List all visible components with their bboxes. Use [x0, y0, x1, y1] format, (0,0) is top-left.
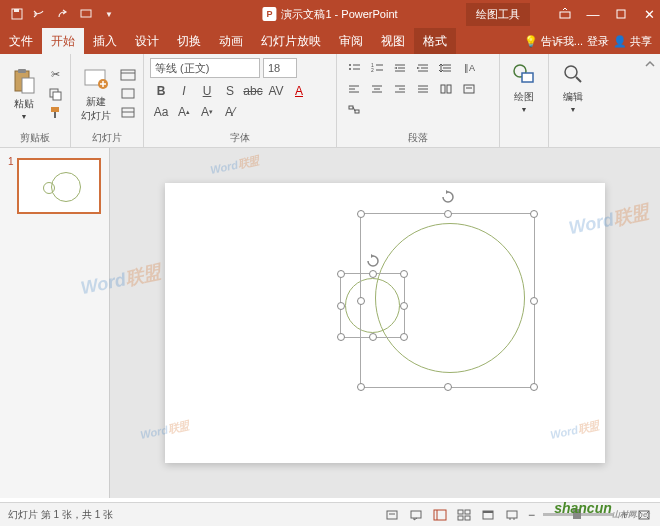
paste-button[interactable]: 粘贴 ▼ — [6, 58, 42, 129]
chevron-down-icon: ▼ — [570, 106, 577, 113]
increase-indent-button[interactable] — [412, 58, 434, 78]
login-button[interactable]: 登录 — [587, 34, 609, 49]
align-right-button[interactable] — [389, 79, 411, 99]
align-left-button[interactable] — [343, 79, 365, 99]
editing-button[interactable]: 编辑 ▼ — [555, 58, 591, 115]
slide-canvas-area[interactable]: Word联盟 Word联盟 Word联盟 Word联盟 Word联盟 — [110, 148, 660, 498]
svg-rect-69 — [507, 511, 517, 518]
tab-insert[interactable]: 插入 — [84, 28, 126, 54]
slide[interactable] — [165, 183, 605, 463]
copy-icon[interactable] — [46, 86, 64, 102]
format-painter-icon[interactable] — [46, 105, 64, 121]
char-spacing-button[interactable]: AV — [265, 81, 287, 101]
undo-icon[interactable] — [33, 7, 47, 21]
increase-font-button[interactable]: A▴ — [173, 102, 195, 122]
decrease-font-button[interactable]: A▾ — [196, 102, 218, 122]
tab-review[interactable]: 审阅 — [330, 28, 372, 54]
text-direction-button[interactable]: ‖A — [458, 58, 480, 78]
font-color-button[interactable]: A — [288, 81, 310, 101]
title-bar: ▼ P 演示文稿1 - PowerPoint 绘图工具 — ✕ — [0, 0, 660, 28]
comments-icon[interactable] — [408, 508, 424, 522]
slides-label: 幻灯片 — [77, 129, 137, 145]
shadow-button[interactable]: S — [219, 81, 241, 101]
resize-handle[interactable] — [337, 333, 345, 341]
resize-handle[interactable] — [337, 270, 345, 278]
normal-view-icon[interactable] — [432, 508, 448, 522]
close-icon[interactable]: ✕ — [642, 7, 656, 21]
reset-icon[interactable] — [119, 86, 137, 102]
tab-slideshow[interactable]: 幻灯片放映 — [252, 28, 330, 54]
group-font: 等线 (正文) 18 B I U S abc AV A Aa A▴ A▾ A⁄ … — [144, 54, 337, 147]
reading-view-icon[interactable] — [480, 508, 496, 522]
sorter-view-icon[interactable] — [456, 508, 472, 522]
align-center-button[interactable] — [366, 79, 388, 99]
minimize-icon[interactable]: — — [586, 7, 600, 21]
maximize-icon[interactable] — [614, 7, 628, 21]
resize-handle[interactable] — [369, 333, 377, 341]
slideshow-view-icon[interactable] — [504, 508, 520, 522]
cut-icon[interactable]: ✂ — [46, 67, 64, 83]
svg-rect-63 — [458, 510, 463, 514]
resize-handle[interactable] — [400, 302, 408, 310]
tab-transition[interactable]: 切换 — [168, 28, 210, 54]
resize-handle[interactable] — [530, 383, 538, 391]
ribbon-options-icon[interactable] — [558, 7, 572, 21]
resize-handle[interactable] — [400, 270, 408, 278]
quick-access-toolbar: ▼ — [0, 7, 116, 21]
group-drawing: 绘图 ▼ — [500, 54, 549, 147]
share-button[interactable]: 👤共享 — [613, 34, 652, 49]
qat-dropdown-icon[interactable]: ▼ — [102, 7, 116, 21]
resize-handle[interactable] — [357, 383, 365, 391]
resize-handle[interactable] — [400, 333, 408, 341]
tab-view[interactable]: 视图 — [372, 28, 414, 54]
tab-home[interactable]: 开始 — [42, 28, 84, 54]
bold-button[interactable]: B — [150, 81, 172, 101]
redo-icon[interactable] — [56, 7, 70, 21]
resize-handle[interactable] — [369, 270, 377, 278]
section-icon[interactable] — [119, 105, 137, 121]
font-family-combo[interactable]: 等线 (正文) — [150, 58, 260, 78]
paragraph-label: 段落 — [343, 129, 493, 145]
svg-line-57 — [576, 77, 581, 82]
line-spacing-button[interactable] — [435, 58, 457, 78]
change-case-button[interactable]: Aa — [150, 102, 172, 122]
notes-icon[interactable] — [384, 508, 400, 522]
resize-handle[interactable] — [357, 210, 365, 218]
resize-handle[interactable] — [337, 302, 345, 310]
decrease-indent-button[interactable] — [389, 58, 411, 78]
tab-design[interactable]: 设计 — [126, 28, 168, 54]
resize-handle[interactable] — [530, 210, 538, 218]
share-icon: 👤 — [613, 35, 627, 48]
tab-animation[interactable]: 动画 — [210, 28, 252, 54]
resize-handle[interactable] — [444, 210, 452, 218]
start-from-beginning-icon[interactable] — [79, 7, 93, 21]
resize-handle[interactable] — [444, 383, 452, 391]
smartart-button[interactable] — [343, 100, 365, 120]
rotation-handle-icon[interactable] — [366, 254, 380, 268]
font-size-combo[interactable]: 18 — [263, 58, 297, 78]
columns-button[interactable] — [435, 79, 457, 99]
resize-handle[interactable] — [530, 297, 538, 305]
align-text-button[interactable] — [458, 79, 480, 99]
numbering-button[interactable]: 12 — [366, 58, 388, 78]
underline-button[interactable]: U — [196, 81, 218, 101]
rotation-handle-icon[interactable] — [441, 190, 455, 204]
layout-icon[interactable] — [119, 67, 137, 83]
bullets-button[interactable] — [343, 58, 365, 78]
context-tool-label: 绘图工具 — [466, 3, 530, 26]
clear-format-button[interactable]: A⁄ — [219, 102, 241, 122]
slide-thumbnail[interactable] — [17, 158, 101, 214]
justify-button[interactable] — [412, 79, 434, 99]
save-icon[interactable] — [10, 7, 24, 21]
new-slide-button[interactable]: 新建 幻灯片 — [77, 58, 115, 129]
svg-point-20 — [349, 68, 351, 70]
drawing-button[interactable]: 绘图 ▼ — [506, 58, 542, 115]
find-icon — [559, 60, 587, 88]
strikethrough-button[interactable]: abc — [242, 81, 264, 101]
tab-file[interactable]: 文件 — [0, 28, 42, 54]
zoom-out-icon[interactable]: − — [528, 508, 535, 522]
collapse-ribbon-icon[interactable] — [640, 54, 660, 147]
tab-format[interactable]: 格式 — [414, 28, 456, 54]
tell-me[interactable]: 💡告诉我... — [524, 34, 583, 49]
italic-button[interactable]: I — [173, 81, 195, 101]
